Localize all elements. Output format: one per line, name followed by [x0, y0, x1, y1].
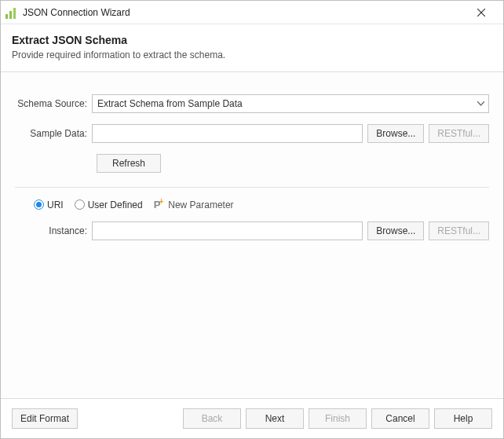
window-title: JSON Connection Wizard	[23, 7, 466, 18]
sample-data-restful-button[interactable]: RESTful...	[429, 124, 489, 143]
radio-uri-label: URI	[47, 199, 64, 210]
radio-user-defined-label: User Defined	[88, 199, 143, 210]
instance-restful-button[interactable]: RESTful...	[429, 221, 489, 240]
section-divider	[15, 187, 489, 188]
help-button[interactable]: Help	[434, 408, 492, 429]
schema-source-label: Schema Source:	[15, 98, 92, 109]
schema-source-selected: Extract Schema from Sample Data	[92, 94, 489, 113]
schema-source-select[interactable]: Extract Schema from Sample Data	[92, 94, 489, 113]
wizard-window: JSON Connection Wizard Extract JSON Sche…	[0, 0, 504, 439]
instance-label: Instance:	[15, 225, 92, 236]
close-icon	[477, 9, 485, 16]
page-title: Extract JSON Schema	[12, 34, 492, 46]
schema-source-row: Schema Source: Extract Schema from Sampl…	[15, 94, 489, 113]
sample-data-input[interactable]	[92, 124, 363, 143]
next-button[interactable]: Next	[246, 408, 304, 429]
sample-data-browse-button[interactable]: Browse...	[367, 124, 424, 143]
radio-user-defined[interactable]: User Defined	[75, 199, 143, 210]
instance-input[interactable]	[92, 221, 363, 240]
titlebar: JSON Connection Wizard	[1, 1, 503, 24]
instance-browse-button[interactable]: Browse...	[367, 221, 424, 240]
radio-dot-icon	[75, 199, 85, 210]
refresh-row: Refresh	[15, 154, 489, 173]
new-parameter-label: New Parameter	[168, 199, 233, 210]
refresh-button[interactable]: Refresh	[97, 154, 161, 173]
back-button[interactable]: Back	[183, 408, 241, 429]
parameter-icon: P+	[154, 199, 166, 210]
wizard-footer: Edit Format Back Next Finish Cancel Help	[1, 398, 503, 438]
page-subtitle: Provide required information to extract …	[12, 49, 492, 60]
sample-data-row: Sample Data: Browse... RESTful...	[15, 124, 489, 143]
instance-type-row: URI User Defined P+ New Parameter	[34, 199, 489, 210]
instance-row: Instance: Browse... RESTful...	[15, 221, 489, 240]
cancel-button[interactable]: Cancel	[371, 408, 429, 429]
app-icon	[5, 6, 18, 19]
wizard-content: Schema Source: Extract Schema from Sampl…	[1, 71, 503, 398]
radio-dot-icon	[34, 199, 44, 210]
close-button[interactable]	[466, 2, 497, 24]
sample-data-label: Sample Data:	[15, 128, 92, 139]
radio-uri[interactable]: URI	[34, 199, 64, 210]
wizard-header: Extract JSON Schema Provide required inf…	[1, 24, 503, 71]
finish-button[interactable]: Finish	[309, 408, 367, 429]
new-parameter-button[interactable]: P+ New Parameter	[154, 199, 234, 210]
edit-format-button[interactable]: Edit Format	[12, 408, 78, 429]
